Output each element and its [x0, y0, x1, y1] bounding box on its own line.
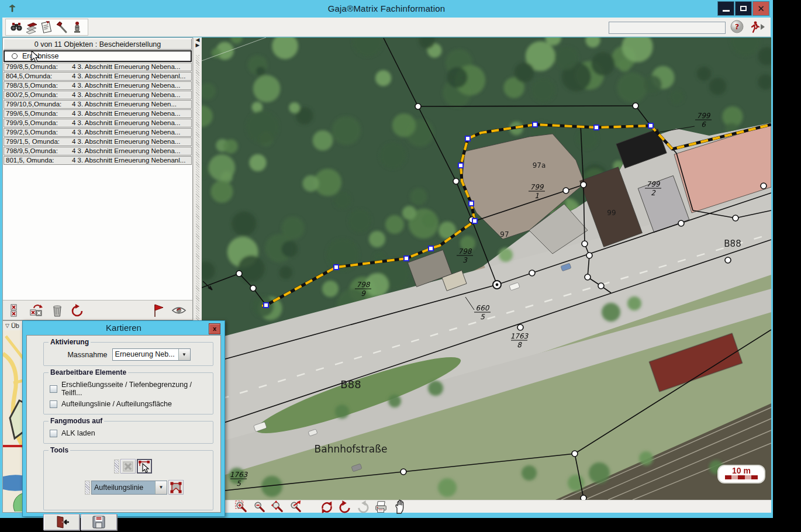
selected-vertex: [469, 201, 474, 206]
result-row[interactable]: 798/9,5,Omunda: 4 3. Abschnitt Erneuerun…: [4, 147, 192, 156]
checkbox-label: Erschließungsseite / Tiefenbegrenzung / …: [61, 381, 208, 397]
drag-handle[interactable]: [114, 460, 119, 474]
eye-icon[interactable]: [171, 303, 187, 318]
polygon-node-button[interactable]: [168, 480, 184, 495]
dialog-title: Kartieren: [23, 321, 225, 335]
svg-text:798: 798: [458, 247, 472, 255]
pan-hand-icon[interactable]: [392, 501, 406, 513]
dropdown-arrow-icon[interactable]: ▼: [155, 481, 167, 494]
close-button[interactable]: ✕: [752, 1, 769, 16]
result-row[interactable]: 798/3,5,Omunda: 4 3. Abschnitt Erneuerun…: [4, 81, 192, 90]
redo-icon[interactable]: [356, 501, 370, 513]
zoom-dynamic-icon[interactable]: [270, 501, 284, 513]
save-button[interactable]: [81, 514, 117, 530]
parcel-vertex: [529, 270, 535, 276]
result-key: 804,5,Omunda:: [4, 72, 72, 80]
collapse-right-icon[interactable]: ▶: [194, 43, 202, 48]
results-header-button[interactable]: 0 von 11 Objekten : Bescheiderstellung: [4, 39, 192, 50]
result-value: 4 3. Abschnitt Erneuerung Nebena...: [72, 147, 191, 155]
checkbox-row[interactable]: Aufteilungslinie / Aufteilungsfläche: [50, 400, 208, 408]
parcel-vertex: [517, 324, 523, 330]
result-row[interactable]: 799/1,5, Omunda: 4 3. Abschnitt Erneueru…: [4, 137, 192, 146]
tools-dropdown-value: Aufteilungslinie: [92, 481, 155, 494]
app-window: Gaja®Matrix Fachinformation ✕ ?: [0, 0, 773, 518]
result-row[interactable]: 804,5,Omunda: 4 3. Abschnitt Erneuerung …: [4, 72, 192, 81]
group-label: Bearbeitbare Elemente: [49, 368, 128, 376]
runner-icon[interactable]: [748, 20, 766, 36]
result-key: 800/2,5,Omunda:: [4, 91, 72, 99]
parcel-vertex: [572, 451, 578, 457]
exit-button[interactable]: [43, 514, 80, 530]
selected-vertex: [472, 219, 477, 223]
window-title: Gaja®Matrix Fachinformation: [0, 4, 773, 13]
group-label: Aktivierung: [49, 338, 91, 346]
collapse-triangle-icon[interactable]: ▽: [5, 323, 9, 329]
zoom-point-icon[interactable]: [288, 501, 302, 513]
dialog-close-button[interactable]: x: [209, 323, 220, 334]
result-key: 801,5, Omunda:: [4, 157, 72, 164]
hydrant-icon[interactable]: [70, 20, 85, 35]
delete-x-button[interactable]: [120, 459, 136, 474]
checkbox-unchecked-icon[interactable]: [50, 430, 57, 437]
parcel-vertex: [678, 220, 684, 226]
binoculars-search-icon[interactable]: [9, 20, 24, 35]
polygon-cursor-button[interactable]: [137, 459, 152, 474]
radio-icon[interactable]: [12, 53, 18, 59]
result-value: 4 3. Abschnitt Erneuerung Nebena...: [72, 129, 191, 136]
parcel-vertex: [598, 283, 604, 289]
trash-icon[interactable]: [50, 303, 65, 318]
tool-strip: [5, 19, 88, 36]
selected-vertex: [429, 246, 433, 251]
help-icon[interactable]: ?: [730, 20, 744, 36]
result-row[interactable]: 799/10,5,Omunda: 4 3. Abschnitt Erneueru…: [4, 100, 192, 109]
svg-text:97a: 97a: [533, 161, 546, 170]
parcel-vertex: [250, 285, 256, 291]
massnahme-dropdown[interactable]: Erneuerung Neb... ▼: [112, 348, 191, 361]
checkbox-unchecked-icon[interactable]: [50, 385, 57, 393]
svg-text:?: ?: [735, 22, 740, 31]
checkbox-row[interactable]: Erschließungsseite / Tiefenbegrenzung / …: [50, 381, 208, 397]
minimize-button[interactable]: [717, 1, 734, 16]
tools-dropdown[interactable]: Aufteilungslinie ▼: [91, 481, 167, 495]
checkbox-row[interactable]: ALK laden: [50, 429, 208, 437]
result-value: 4 3. Abschnitt Erneuerung Nebenanl...: [72, 72, 191, 80]
zoom-out-icon[interactable]: [252, 501, 266, 513]
checkbox-unchecked-icon[interactable]: [50, 400, 57, 408]
result-row[interactable]: 799/2,5,Omunda: 4 3. Abschnitt Erneuerun…: [4, 128, 192, 137]
svg-text:B88: B88: [340, 378, 361, 391]
result-value: 4 3. Abschnitt Erneuerung Nebena...: [72, 119, 191, 127]
main-toolbar: ?: [2, 18, 771, 37]
svg-text:Bahnhofstraße: Bahnhofstraße: [315, 443, 388, 455]
undo-icon[interactable]: [338, 501, 352, 513]
dropdown-arrow-icon[interactable]: ▼: [178, 349, 190, 360]
hammer-tools-icon[interactable]: [54, 20, 70, 35]
deselect-undo-icon[interactable]: [29, 303, 44, 318]
report-clipboard-icon[interactable]: [39, 20, 54, 35]
result-value: 4 3. Abschnitt Erneuerung Nebenanl...: [72, 157, 191, 164]
svg-text:798: 798: [357, 281, 371, 289]
refresh-icon[interactable]: [320, 501, 334, 513]
layers-icon[interactable]: [24, 20, 39, 35]
maximize-button[interactable]: [735, 1, 752, 16]
titlebar: Gaja®Matrix Fachinformation ✕: [0, 0, 773, 18]
result-key: 799/2,5,Omunda:: [4, 129, 72, 136]
svg-text:99: 99: [607, 209, 616, 217]
drag-handle[interactable]: [85, 481, 90, 495]
group-bearbeitbare-elemente: Bearbeitbare Elemente Erschließungsseite…: [43, 368, 213, 414]
result-row[interactable]: 799/9,5,Omunda: 4 3. Abschnitt Erneuerun…: [4, 119, 192, 127]
undo-arc-icon[interactable]: [70, 303, 85, 318]
result-row[interactable]: 800/2,5,Omunda: 4 3. Abschnitt Erneuerun…: [4, 91, 192, 99]
select-boxes-icon[interactable]: [9, 303, 24, 318]
svg-text:1: 1: [534, 192, 539, 200]
selected-vertex: [594, 125, 599, 130]
zoom-window-icon[interactable]: [234, 501, 248, 513]
svg-text:1763: 1763: [230, 471, 248, 479]
print-icon[interactable]: [374, 501, 388, 513]
result-row[interactable]: 799/6,5,Omunda: 4 3. Abschnitt Erneuerun…: [4, 109, 192, 118]
map-viewport[interactable]: 799679917992798379896605176381763597a979…: [202, 37, 771, 500]
flag-icon[interactable]: [151, 303, 166, 318]
parcel-vertex: [633, 103, 638, 109]
parcel-vertex: [581, 495, 586, 500]
result-row[interactable]: 801,5, Omunda: 4 3. Abschnitt Erneuerung…: [4, 156, 192, 165]
search-input[interactable]: [609, 22, 726, 34]
